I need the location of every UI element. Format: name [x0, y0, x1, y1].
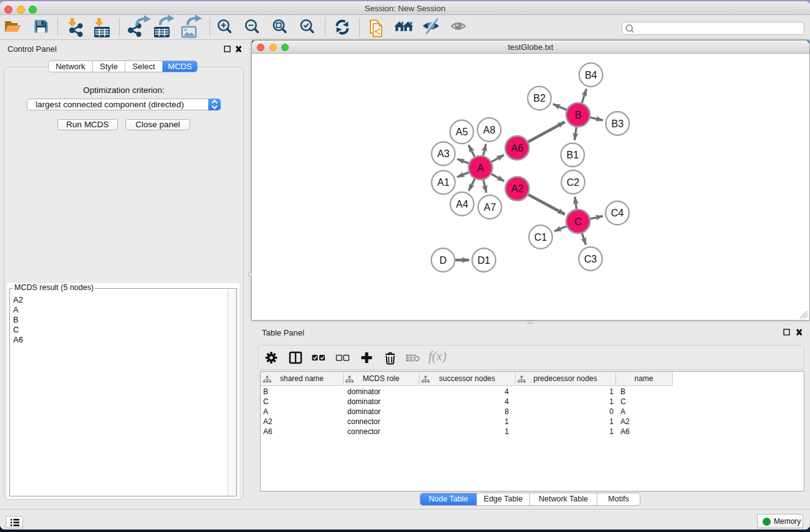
- svg-text:A1: A1: [437, 177, 450, 188]
- svg-text:C: C: [574, 216, 582, 227]
- svg-text:A5: A5: [456, 127, 468, 137]
- svg-text:A8: A8: [483, 125, 496, 135]
- svg-text:B: B: [575, 110, 582, 120]
- svg-text:C2: C2: [567, 177, 580, 188]
- svg-text:B1: B1: [567, 150, 579, 160]
- svg-text:A7: A7: [484, 202, 496, 213]
- svg-text:D: D: [440, 255, 447, 266]
- svg-text:A4: A4: [456, 199, 468, 210]
- svg-text:D1: D1: [478, 255, 491, 266]
- svg-text:C3: C3: [584, 254, 597, 264]
- svg-text:C4: C4: [611, 208, 624, 218]
- svg-text:C1: C1: [534, 232, 547, 243]
- svg-text:A: A: [477, 163, 484, 173]
- svg-text:A6: A6: [511, 143, 524, 153]
- svg-text:B2: B2: [533, 93, 546, 104]
- svg-text:A3: A3: [437, 148, 450, 159]
- svg-text:B3: B3: [612, 118, 624, 129]
- svg-text:B4: B4: [585, 70, 597, 80]
- svg-text:A2: A2: [511, 183, 524, 194]
